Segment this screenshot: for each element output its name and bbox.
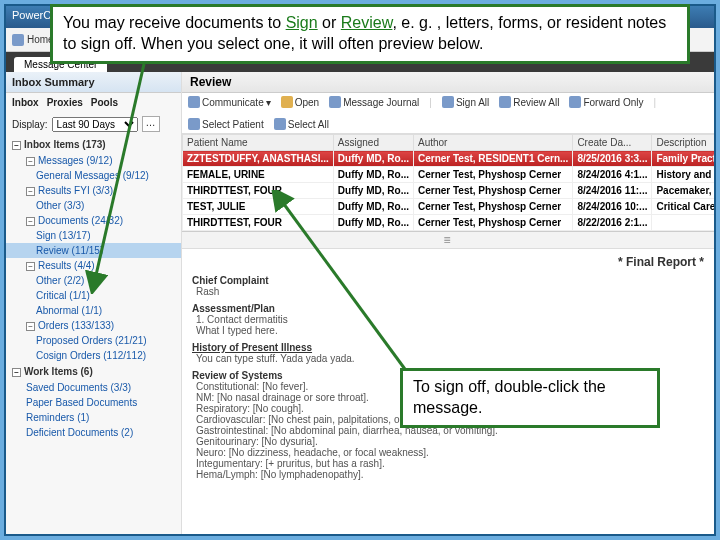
sidebar-item-reminders[interactable]: Reminders (1) (6, 410, 181, 425)
ros-integ: Integumentary: [+ pruritus, but has a ra… (196, 458, 704, 469)
content-toolbar: Communicate ▾ Open Message Journal | Sig… (182, 93, 714, 134)
final-report-label: * Final Report * (192, 255, 704, 269)
svg-line-0 (94, 64, 144, 284)
select-all-button[interactable]: Select All (274, 118, 329, 130)
sidebar-item-proposed-orders[interactable]: Proposed Orders (21/21) (6, 333, 181, 348)
signature-icon (442, 96, 454, 108)
table-row[interactable]: THIRDTTEST, FOURDuffy MD, Ro...Cerner Te… (183, 215, 715, 231)
communicate-button[interactable]: Communicate ▾ (188, 96, 271, 108)
sidebar-item-deficient[interactable]: Deficient Documents (2) (6, 425, 181, 440)
content-pane: Review Communicate ▾ Open Message Journa… (182, 72, 714, 534)
ros-neuro: Neuro: [No dizziness, headache, or focal… (196, 447, 704, 458)
review-icon (499, 96, 511, 108)
forward-icon (569, 96, 581, 108)
journal-button[interactable]: Message Journal (329, 96, 419, 108)
hpi-heading: History of Present Illness (192, 342, 704, 353)
journal-icon (329, 96, 341, 108)
sign-all-button[interactable]: Sign All (442, 96, 489, 108)
home-button[interactable]: Home (12, 34, 54, 46)
arrow-top (84, 64, 164, 294)
sidebar-item-orders[interactable]: −Orders (133/133) (6, 318, 181, 333)
select-all-icon (274, 118, 286, 130)
sidebar-item-results-abnormal[interactable]: Abnormal (1/1) (6, 303, 181, 318)
collapse-icon[interactable]: − (12, 368, 21, 377)
col-author[interactable]: Author (413, 135, 572, 151)
patient-icon (188, 118, 200, 130)
group-work: Work Items (6) (24, 366, 93, 377)
annotation-top: You may receive documents to Sign or Rev… (50, 4, 690, 64)
col-desc[interactable]: Description (652, 135, 714, 151)
sidebar-item-paper-docs[interactable]: Paper Based Documents (6, 395, 181, 410)
table-row[interactable]: TEST, JULIEDuffy MD, Ro...Cerner Test, P… (183, 199, 715, 215)
col-patient[interactable]: Patient Name (183, 135, 334, 151)
mail-icon (188, 96, 200, 108)
collapse-icon[interactable]: − (12, 141, 21, 150)
arrow-bottom (270, 190, 430, 380)
splitter-handle[interactable]: ≡ (182, 232, 714, 249)
display-label: Display: (12, 119, 48, 130)
assessment-heading: Assessment/Plan (192, 303, 704, 314)
message-grid[interactable]: Patient Name Assigned Author Create Da..… (182, 134, 714, 232)
ros-hema: Hema/Lymph: [No lymphadenopathy]. (196, 469, 704, 480)
home-icon (12, 34, 24, 46)
annotation-bottom: To sign off, double-click the message. (400, 368, 660, 428)
chief-complaint-heading: Chief Complaint (192, 275, 704, 286)
content-header: Review (182, 72, 714, 93)
forward-only-button[interactable]: Forward Only (569, 96, 643, 108)
sidebar-item-cosign-orders[interactable]: Cosign Orders (112/112) (6, 348, 181, 363)
keyword-review: Review (341, 14, 393, 31)
keyword-sign: Sign (286, 14, 318, 31)
sidebar-item-saved-docs[interactable]: Saved Documents (3/3) (6, 380, 181, 395)
col-create[interactable]: Create Da... (573, 135, 652, 151)
subtab-proxies[interactable]: Proxies (47, 97, 83, 108)
table-row[interactable]: ZZTESTDUFFY, ANASTHASI...Duffy MD, Ro...… (183, 151, 715, 167)
ros-gu: Genitourinary: [No dysuria]. (196, 436, 704, 447)
table-row[interactable]: FEMALE, URINEDuffy MD, Ro...Cerner Test,… (183, 167, 715, 183)
table-row[interactable]: THIRDTTEST, FOURDuffy MD, Ro...Cerner Te… (183, 183, 715, 199)
col-assigned[interactable]: Assigned (333, 135, 413, 151)
review-all-button[interactable]: Review All (499, 96, 559, 108)
open-button[interactable]: Open (281, 96, 319, 108)
svg-line-1 (278, 196, 410, 376)
select-patient-button[interactable]: Select Patient (188, 118, 264, 130)
folder-icon (281, 96, 293, 108)
subtab-inbox[interactable]: Inbox (12, 97, 39, 108)
